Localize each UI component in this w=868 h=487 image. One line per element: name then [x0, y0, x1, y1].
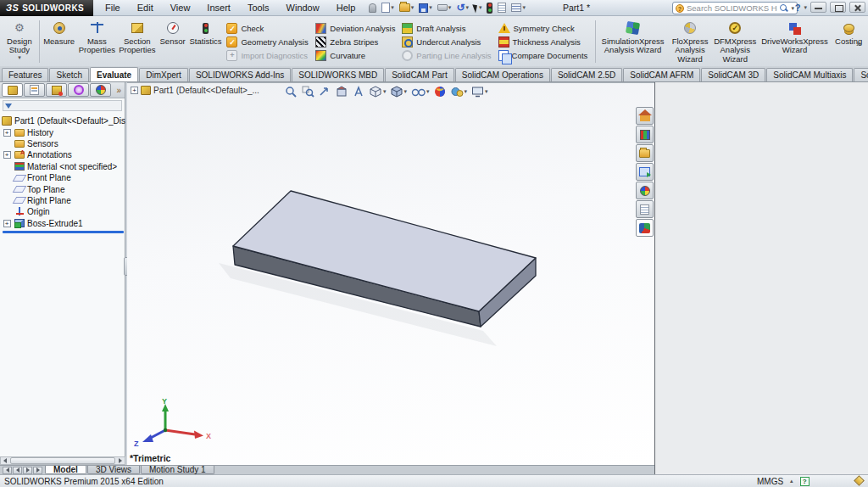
solidcam-tab[interactable] [636, 219, 654, 237]
check-button[interactable]: ✓Check [226, 22, 309, 34]
display-style-button[interactable]: ▾ [390, 85, 409, 98]
graphics-viewport[interactable]: + Part1 (Default<<Default>_... ▾ ▾ ▾ ▾ ▾… [127, 82, 654, 465]
file-properties-button[interactable] [496, 2, 508, 14]
previous-view-button[interactable] [318, 85, 332, 98]
simulationxpress-wizard-button[interactable]: SimulationXpress Analysis Wizard [598, 18, 669, 65]
ribbon-overflow-chevron[interactable]: » [856, 38, 861, 48]
menu-view[interactable]: View [162, 1, 199, 14]
propertymanager-tab[interactable] [24, 83, 45, 97]
section-properties-button[interactable]: Section Properties [117, 18, 158, 65]
configurationmanager-tab[interactable] [46, 83, 67, 97]
curvature-button[interactable]: Curvature [315, 49, 395, 61]
geometry-analysis-button[interactable]: ✓Geometry Analysis [226, 36, 309, 48]
tab-solidworks-add-ins[interactable]: SOLIDWORKS Add-Ins [189, 68, 291, 81]
minimize-button[interactable] [810, 2, 826, 13]
expand-icon[interactable]: + [3, 220, 11, 227]
section-view-button[interactable] [335, 85, 349, 98]
scroll-right-arrow[interactable] [116, 457, 125, 464]
tab-dimxpert[interactable]: DimXpert [139, 68, 188, 81]
sensor-button[interactable]: Sensor [158, 18, 188, 65]
view-settings-button[interactable]: ▾ [470, 85, 489, 98]
deviation-analysis-button[interactable]: Deviation Analysis [315, 22, 395, 34]
tree-item-front-plane[interactable]: Front Plane [2, 172, 125, 183]
tab-motion-study-1[interactable]: Motion Study 1 [141, 466, 214, 474]
tree-item-part1-root[interactable]: Part1 (Default<<Default>_Disp [2, 115, 125, 126]
tab-3d-views[interactable]: 3D Views [87, 466, 140, 474]
units-value[interactable]: MMGS [757, 477, 783, 486]
menu-window[interactable]: Window [278, 1, 328, 14]
expand-icon[interactable]: + [3, 129, 11, 137]
select-button[interactable]: ▾ [472, 3, 484, 14]
zoom-to-area-button[interactable] [301, 85, 315, 98]
last-tab-button[interactable] [33, 467, 42, 474]
viewport-breadcrumb[interactable]: + Part1 (Default<<Default>_... [131, 86, 259, 95]
tab-solidcam-operations[interactable]: SolidCAM Operations [455, 68, 550, 81]
annotation-views-button[interactable] [352, 85, 366, 98]
tab-solidcam-turning[interactable]: SolidCAM Turning [854, 68, 868, 81]
menu-edit[interactable]: Edit [129, 1, 162, 14]
hide-show-items-button[interactable]: ▾ [410, 85, 431, 98]
help-dropdown-arrow[interactable]: ▾ [804, 5, 807, 10]
search-box[interactable]: ? Search SOLIDWORKS Help ▾ [672, 2, 798, 14]
design-study-button[interactable]: ⚙ Design Study ▾ [2, 18, 37, 65]
mass-properties-button[interactable]: Mass Properties [77, 18, 118, 65]
appearances-scenes-tab[interactable] [636, 182, 654, 199]
scroll-left-arrow[interactable] [1, 457, 9, 464]
floxpress-wizard-button[interactable]: FloXpress Analysis Wizard [668, 18, 711, 65]
menu-help[interactable]: Help [328, 1, 364, 14]
custom-properties-tab[interactable] [636, 200, 654, 218]
zebra-stripes-button[interactable]: Zebra Stripes [315, 36, 395, 48]
tab-solidcam-25d[interactable]: SolidCAM 2.5D [551, 68, 622, 81]
view-palette-tab[interactable] [636, 163, 654, 181]
zoom-to-fit-button[interactable] [284, 85, 298, 98]
tree-item-boss-extrude1[interactable]: + Boss-Extrude1 [2, 218, 125, 229]
tree-horizontal-scrollbar[interactable] [0, 456, 125, 465]
manager-overflow-chevron[interactable]: » [116, 86, 123, 95]
rollback-bar[interactable] [3, 231, 124, 233]
dfmxpress-wizard-button[interactable]: ✓ DFMXpress Analysis Wizard [712, 18, 759, 65]
units-dropdown-arrow[interactable]: ▴ [790, 478, 793, 484]
compare-documents-button[interactable]: Compare Documents [498, 49, 590, 61]
tab-solidworks-mbd[interactable]: SOLIDWORKS MBD [292, 68, 384, 81]
help-button[interactable]: ? [795, 3, 801, 13]
tab-solidcam-multiaxis[interactable]: SolidCAM Multiaxis [766, 68, 853, 81]
view-orientation-button[interactable]: ▾ [369, 85, 387, 98]
menu-insert[interactable]: Insert [198, 1, 239, 14]
statistics-button[interactable]: Statistics [188, 18, 224, 65]
restore-button[interactable] [830, 2, 846, 13]
tree-item-right-plane[interactable]: Right Plane [2, 195, 125, 206]
tag-icon[interactable] [854, 475, 865, 486]
tree-filter-field[interactable] [3, 100, 122, 111]
draft-analysis-button[interactable]: Draft Analysis [402, 22, 491, 34]
tab-sketch[interactable]: Sketch [49, 68, 89, 81]
first-tab-button[interactable] [3, 467, 12, 474]
undo-button[interactable]: ↺▾ [454, 2, 470, 14]
search-icon[interactable] [780, 4, 788, 13]
search-input[interactable]: Search SOLIDWORKS Help [687, 3, 777, 13]
tree-item-sensors[interactable]: Sensors [2, 138, 125, 149]
measure-button[interactable]: Measure [42, 18, 77, 65]
units-selector[interactable]: MMGS ▴ ? [757, 477, 810, 486]
thickness-analysis-button[interactable]: Thickness Analysis [498, 36, 590, 48]
apply-scene-button[interactable]: ▾ [450, 85, 469, 98]
tab-solidcam-afrm[interactable]: SolidCAM AFRM [623, 68, 700, 81]
tab-model[interactable]: Model [45, 466, 86, 474]
tab-solidcam-part[interactable]: SolidCAM Part [385, 68, 454, 81]
solidworks-resources-tab[interactable] [636, 107, 654, 125]
tree-item-top-plane[interactable]: Top Plane [2, 183, 125, 194]
tree-item-annotations[interactable]: + A Annotations [2, 149, 125, 160]
tree-item-history[interactable]: + History [2, 126, 125, 137]
flyout-tree-expand-icon[interactable]: + [131, 87, 138, 94]
menu-file[interactable]: File [97, 1, 129, 14]
featuremanager-tab[interactable] [2, 83, 23, 97]
new-document-button[interactable]: ▾ [380, 2, 396, 14]
menu-tools[interactable]: Tools [239, 1, 278, 14]
driveworksxpress-wizard-button[interactable]: DriveWorksXpress Wizard [759, 18, 831, 65]
dimxpertmanager-tab[interactable] [68, 83, 89, 97]
quick-tips-icon[interactable]: ? [800, 477, 810, 486]
tree-item-origin[interactable]: Origin [2, 206, 125, 217]
scrollbar-thumb[interactable] [10, 457, 115, 464]
print-button[interactable]: ▾ [436, 3, 453, 12]
save-button[interactable]: ▾ [417, 3, 434, 14]
expand-icon[interactable]: + [3, 151, 11, 159]
